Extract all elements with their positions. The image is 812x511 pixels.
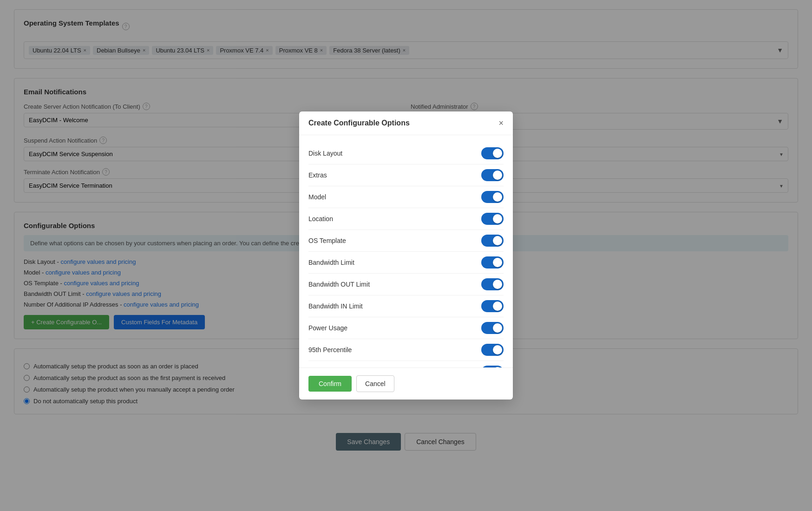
modal-cancel-button[interactable]: Cancel bbox=[356, 375, 394, 392]
modal-option-slider-7 bbox=[481, 300, 504, 312]
modal-option-slider-1 bbox=[481, 169, 504, 181]
modal-dialog: Create Configurable Options × Disk Layou… bbox=[299, 111, 513, 400]
modal-option-label-6: Bandwidth OUT Limit bbox=[308, 281, 370, 288]
modal-overlay[interactable]: Create Configurable Options × Disk Layou… bbox=[0, 0, 812, 511]
modal-option-toggle-0[interactable] bbox=[481, 147, 504, 159]
modal-option-label-9: 95th Percentile bbox=[308, 346, 352, 354]
modal-option-row-0: Disk Layout bbox=[308, 143, 504, 164]
modal-option-row-8: Power Usage bbox=[308, 317, 504, 339]
modal-header: Create Configurable Options × bbox=[299, 111, 513, 135]
modal-option-row-4: OS Template bbox=[308, 230, 504, 252]
modal-option-label-1: Extras bbox=[308, 171, 327, 179]
modal-option-toggle-1[interactable] bbox=[481, 169, 504, 181]
modal-option-label-8: Power Usage bbox=[308, 324, 347, 332]
modal-footer: Confirm Cancel bbox=[299, 367, 513, 400]
modal-option-row-3: Location bbox=[308, 208, 504, 230]
modal-option-slider-3 bbox=[481, 213, 504, 225]
modal-option-toggle-7[interactable] bbox=[481, 300, 504, 312]
modal-option-label-3: Location bbox=[308, 215, 333, 223]
modal-option-row-1: Extras bbox=[308, 164, 504, 186]
modal-option-row-9: 95th Percentile bbox=[308, 339, 504, 361]
modal-option-slider-9 bbox=[481, 344, 504, 356]
modal-body: Disk LayoutExtrasModelLocationOS Templat… bbox=[299, 135, 513, 367]
modal-confirm-button[interactable]: Confirm bbox=[308, 376, 352, 392]
modal-option-slider-8 bbox=[481, 322, 504, 334]
modal-option-label-2: Model bbox=[308, 193, 326, 201]
modal-option-slider-5 bbox=[481, 256, 504, 269]
modal-option-label-7: Bandwidth IN Limit bbox=[308, 302, 363, 310]
modal-title: Create Configurable Options bbox=[308, 119, 410, 127]
modal-option-label-5: Bandwidth Limit bbox=[308, 259, 354, 266]
modal-option-label-4: OS Template bbox=[308, 237, 346, 244]
modal-option-label-0: Disk Layout bbox=[308, 150, 342, 157]
modal-option-toggle-9[interactable] bbox=[481, 344, 504, 356]
modal-option-toggle-5[interactable] bbox=[481, 256, 504, 269]
modal-option-toggle-3[interactable] bbox=[481, 213, 504, 225]
modal-option-slider-2 bbox=[481, 191, 504, 203]
modal-option-toggle-2[interactable] bbox=[481, 191, 504, 203]
modal-option-slider-10 bbox=[481, 366, 504, 367]
modal-option-slider-4 bbox=[481, 235, 504, 247]
modal-option-row-10: Number Of Additional IP Addresses bbox=[308, 361, 504, 367]
modal-option-toggle-4[interactable] bbox=[481, 235, 504, 247]
modal-option-toggle-8[interactable] bbox=[481, 322, 504, 334]
modal-option-row-6: Bandwidth OUT Limit bbox=[308, 274, 504, 295]
modal-option-toggle-10[interactable] bbox=[481, 366, 504, 367]
modal-option-slider-6 bbox=[481, 278, 504, 290]
modal-option-slider-0 bbox=[481, 147, 504, 159]
modal-option-row-5: Bandwidth Limit bbox=[308, 252, 504, 274]
modal-close-button[interactable]: × bbox=[498, 119, 504, 127]
modal-option-row-2: Model bbox=[308, 186, 504, 208]
modal-option-toggle-6[interactable] bbox=[481, 278, 504, 290]
modal-option-row-7: Bandwidth IN Limit bbox=[308, 295, 504, 317]
